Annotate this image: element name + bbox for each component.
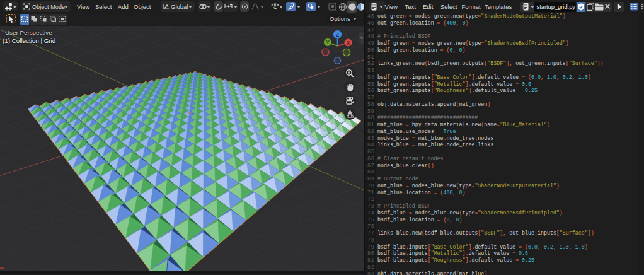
svg-text:X: X xyxy=(347,40,350,46)
svg-text:Z: Z xyxy=(336,32,339,38)
svg-text:Y: Y xyxy=(326,39,330,45)
